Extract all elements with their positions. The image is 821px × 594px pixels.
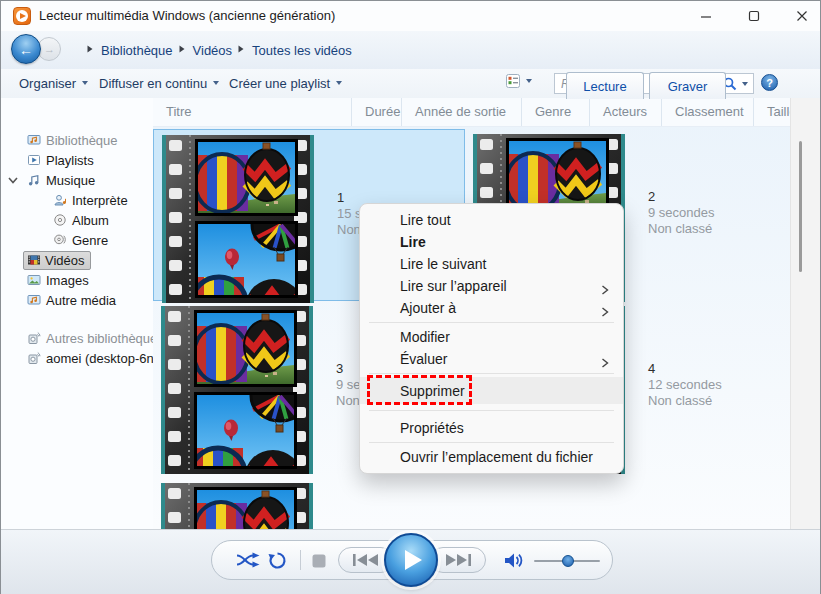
videos-icon: [27, 253, 41, 267]
creer-une-playlist-button[interactable]: Créer une playlist: [223, 69, 348, 97]
genre-icon: [53, 233, 67, 247]
forward-icon: →: [44, 43, 55, 55]
sidebar-item-videos[interactable]: Vidéos: [1, 250, 153, 270]
sidebar-item-interprete[interactable]: Interprète: [1, 190, 153, 210]
video-tile-text: 29 secondesNon classé: [648, 189, 715, 237]
sidebar-item-label: Musique: [46, 173, 95, 188]
help-icon: ?: [766, 77, 773, 89]
organiser-button[interactable]: Organiser: [13, 69, 94, 97]
artist-icon: [53, 193, 67, 207]
tab-lecture[interactable]: Lecture: [566, 72, 644, 99]
previous-icon: [353, 554, 379, 566]
sidebar-item-bibliotheque[interactable]: Bibliothèque: [1, 130, 153, 150]
transport-controls: [211, 540, 613, 580]
next-button[interactable]: [430, 547, 486, 573]
volume-icon[interactable]: [504, 552, 524, 569]
wmp-window: Lecteur multimédia Windows (ancienne gén…: [0, 0, 821, 594]
other-media-icon: [27, 293, 41, 307]
search-options-caret[interactable]: [742, 82, 748, 86]
shuffle-icon[interactable]: [236, 552, 260, 568]
stop-icon[interactable]: [312, 554, 326, 568]
menu-item-label: Évaluer: [400, 351, 447, 367]
chevron-down-icon[interactable]: [7, 174, 19, 186]
video-rating: Non classé: [648, 221, 715, 237]
diffuser-en-continu-button[interactable]: Diffuser en continu: [93, 69, 225, 97]
breadcrumb-arrow-icon: [179, 45, 185, 55]
video-title: 4: [648, 361, 722, 377]
playback-bar: [1, 529, 820, 594]
sidebar-item-label: Genre: [72, 233, 108, 248]
sidebar-item-label: Bibliothèque: [46, 133, 118, 148]
breadcrumb-item-toutes-les-videos[interactable]: Toutes les vidéos: [252, 43, 352, 58]
minimize-button[interactable]: [691, 3, 721, 29]
sidebar-item-label: Album: [72, 213, 109, 228]
menu-separator: [369, 322, 614, 323]
breadcrumb: BibliothèqueVidéosToutes les vidéos: [87, 31, 358, 69]
breadcrumb-item-bibliotheque[interactable]: Bibliothèque: [101, 43, 173, 58]
video-title: 2: [648, 189, 715, 205]
sidebar-item-images[interactable]: Images: [1, 270, 153, 290]
sidebar-item-label: Interprète: [72, 193, 128, 208]
menu-item-proprietes[interactable]: Propriétés: [360, 417, 623, 439]
menu-item-label: Ajouter à: [400, 300, 456, 316]
menu-separator: [369, 410, 614, 411]
column-header-genre[interactable]: Genre: [521, 98, 589, 126]
scrollbar-thumb[interactable]: [799, 141, 802, 272]
video-duration: 9 secondes: [648, 205, 715, 221]
menu-item-lire-tout[interactable]: Lire tout: [360, 209, 623, 231]
menu-item-label: Lire sur l’appareil: [400, 278, 507, 294]
repeat-icon[interactable]: [268, 551, 287, 570]
window-title: Lecteur multimédia Windows (ancienne gén…: [39, 1, 335, 31]
column-header-titre[interactable]: Titre: [153, 98, 351, 126]
dropdown-caret-icon: [82, 81, 88, 85]
vertical-scrollbar[interactable]: [790, 98, 820, 529]
menu-item-evaluer[interactable]: Évaluer: [360, 348, 623, 370]
menu-item-lire-sur-l-appareil[interactable]: Lire sur l’appareil: [360, 275, 623, 297]
back-button[interactable]: ←: [11, 34, 41, 64]
menu-item-label: Lire le suivant: [400, 256, 486, 272]
menu-item-ajouter-a[interactable]: Ajouter à: [360, 297, 623, 319]
column-header-acteurs[interactable]: Acteurs: [589, 98, 661, 126]
column-header-classement[interactable]: Classement: [661, 98, 753, 126]
sidebar-item-genre[interactable]: Genre: [1, 230, 153, 250]
breadcrumb-arrow-icon: [87, 45, 93, 55]
film-thumbnail[interactable]: [161, 483, 313, 529]
menu-item-supprimer[interactable]: Supprimer: [360, 377, 623, 404]
menu-item-lire[interactable]: Lire: [360, 231, 623, 253]
column-header-annee-de-sortie[interactable]: Année de sortie: [401, 98, 521, 126]
toolbar-button-label: Organiser: [19, 76, 76, 91]
sidebar-item-playlists[interactable]: Playlists: [1, 150, 153, 170]
column-header-duree[interactable]: Durée: [351, 98, 401, 126]
sidebar-item-album[interactable]: Album: [1, 210, 153, 230]
tab-graver[interactable]: Graver: [649, 72, 726, 99]
menu-item-ouvrir-l-emplacement-du-fichier[interactable]: Ouvrir l’emplacement du fichier: [360, 446, 623, 468]
maximize-button[interactable]: [739, 3, 769, 29]
sidebar-item-label: aomei (desktop-6nk: [46, 351, 153, 366]
sidebar-item-aomei-desktop-6nk[interactable]: aomei (desktop-6nk: [1, 348, 153, 368]
close-button[interactable]: [787, 3, 817, 29]
volume-slider[interactable]: [534, 560, 600, 562]
breadcrumb-item-videos[interactable]: Vidéos: [193, 43, 233, 58]
video-rating: Non classé: [648, 393, 722, 409]
sidebar: BibliothèquePlaylistsMusiqueInterprèteAl…: [1, 98, 153, 529]
film-thumbnail[interactable]: [161, 306, 313, 474]
back-icon: ←: [19, 43, 33, 57]
menu-item-lire-le-suivant[interactable]: Lire le suivant: [360, 253, 623, 275]
submenu-arrow-icon: [601, 282, 609, 290]
minimize-icon: [700, 10, 712, 22]
menu-item-label: Modifier: [400, 329, 450, 345]
sidebar-item-autre-media[interactable]: Autre média: [1, 290, 153, 310]
view-options-button[interactable]: [506, 74, 532, 88]
maximize-icon: [748, 10, 760, 22]
film-thumbnail[interactable]: [162, 135, 314, 303]
menu-item-label: Supprimer: [400, 383, 465, 399]
video-tile-partial[interactable]: [153, 478, 465, 529]
menu-item-label: Lire: [400, 234, 426, 250]
volume-slider-thumb[interactable]: [562, 555, 574, 567]
help-button[interactable]: ?: [761, 74, 778, 91]
sidebar-item-musique[interactable]: Musique: [1, 170, 153, 190]
play-button[interactable]: [384, 533, 438, 587]
video-tile-text: 412 secondesNon classé: [648, 361, 722, 409]
menu-item-modifier[interactable]: Modifier: [360, 326, 623, 348]
sidebar-item-autres-bibliotheques[interactable]: Autres bibliothèques: [1, 328, 153, 348]
